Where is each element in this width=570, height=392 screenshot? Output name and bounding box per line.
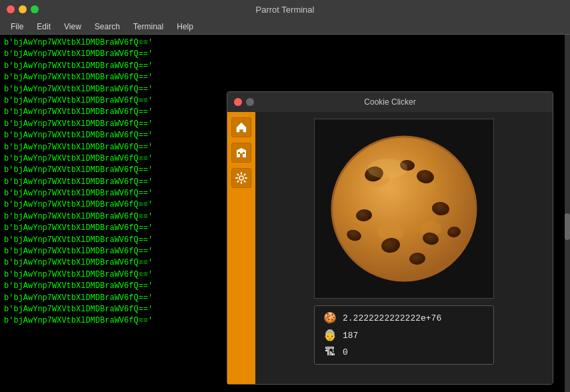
cookie-display[interactable] xyxy=(314,119,494,299)
grandma-icon: 👵 xyxy=(323,329,337,342)
grandma-count-value: 187 xyxy=(343,331,358,341)
cookie-main[interactable]: 🍪 2.2222222222222e+76 👵 187 🏗 0 xyxy=(255,112,553,384)
svg-point-23 xyxy=(367,159,407,179)
sidebar-home-icon[interactable] xyxy=(231,117,251,137)
sidebar-settings-icon[interactable] xyxy=(231,168,251,188)
cookie-count-value: 2.2222222222222e+76 xyxy=(343,313,441,323)
cookie-title-bar: Cookie Clicker xyxy=(227,92,553,112)
terminal-area[interactable]: b'bjAwYnp7WXVtbXlDMDBraWV6fQ==' b'bjAwYn… xyxy=(0,35,570,392)
cookie-body: 🍪 2.2222222222222e+76 👵 187 🏗 0 xyxy=(227,112,553,384)
svg-rect-1 xyxy=(238,152,240,154)
title-bar: Parrot Terminal xyxy=(0,0,570,19)
menu-edit[interactable]: Edit xyxy=(31,21,56,33)
terminal-scrollbar[interactable] xyxy=(565,35,570,392)
app-title: Parrot Terminal xyxy=(256,5,315,15)
stats-panel: 🍪 2.2222222222222e+76 👵 187 🏗 0 xyxy=(314,305,494,365)
maximize-button[interactable] xyxy=(31,5,39,13)
cookie-minimize-button[interactable] xyxy=(246,98,254,106)
cookie-window-title: Cookie Clicker xyxy=(364,97,415,107)
grandma-count-row: 👵 187 xyxy=(323,329,485,342)
svg-rect-2 xyxy=(243,152,245,154)
svg-point-4 xyxy=(239,176,243,180)
worker-icon: 🏗 xyxy=(323,346,337,359)
cookie-close-button[interactable] xyxy=(234,98,242,106)
cookie-window-controls[interactable] xyxy=(234,98,254,106)
cookie-count-row: 🍪 2.2222222222222e+76 xyxy=(323,311,485,325)
svg-point-11 xyxy=(401,199,420,211)
menu-terminal[interactable]: Terminal xyxy=(128,21,169,33)
worker-count-value: 0 xyxy=(343,347,348,357)
svg-rect-3 xyxy=(240,153,243,157)
scrollbar-thumb[interactable] xyxy=(565,213,570,240)
menu-view[interactable]: View xyxy=(59,21,87,33)
cookie-image[interactable] xyxy=(324,129,484,289)
menu-bar: File Edit View Search Terminal Help xyxy=(0,19,570,35)
close-button[interactable] xyxy=(7,5,15,13)
window-controls[interactable] xyxy=(7,5,39,13)
sidebar-store-icon[interactable] xyxy=(231,143,251,163)
menu-search[interactable]: Search xyxy=(89,21,125,33)
menu-file[interactable]: File xyxy=(5,21,29,33)
cookie-clicker-window: Cookie Clicker xyxy=(227,91,553,385)
minimize-button[interactable] xyxy=(19,5,27,13)
cookie-count-icon: 🍪 xyxy=(323,311,337,325)
menu-help[interactable]: Help xyxy=(171,21,199,33)
cookie-sidebar xyxy=(227,112,255,384)
worker-count-row: 🏗 0 xyxy=(323,346,485,359)
